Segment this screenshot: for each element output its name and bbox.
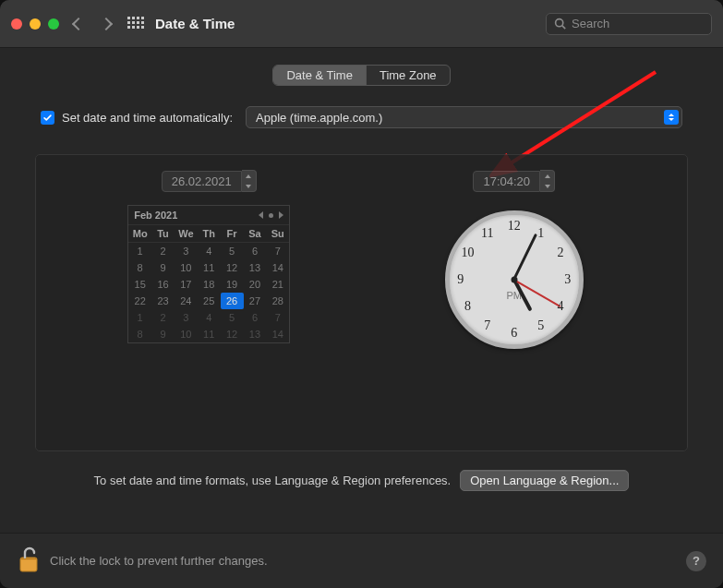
lock-button[interactable] <box>17 546 39 576</box>
clock-numeral: 12 <box>508 219 521 234</box>
clock-numeral: 1 <box>537 226 544 241</box>
search-field[interactable]: Search <box>546 13 712 35</box>
calendar-weekday: Mo <box>128 224 151 243</box>
unlocked-lock-icon <box>17 546 39 573</box>
calendar-today-icon[interactable] <box>269 213 273 218</box>
calendar-day[interactable]: 16 <box>151 276 175 293</box>
search-icon <box>554 18 566 30</box>
svg-rect-3 <box>21 558 36 559</box>
calendar-day[interactable]: 3 <box>175 243 198 259</box>
tab-date-time[interactable]: Date & Time <box>273 66 366 85</box>
svg-point-0 <box>556 19 563 27</box>
calendar-weekday: We <box>175 224 198 243</box>
calendar-day[interactable]: 23 <box>151 293 175 309</box>
calendar-day[interactable]: 10 <box>175 326 198 342</box>
clock-numeral: 3 <box>564 272 571 287</box>
calendar-day[interactable]: 27 <box>244 293 267 309</box>
format-hint-row: To set date and time formats, use Langua… <box>35 470 688 491</box>
date-field[interactable]: 26.02.2021 <box>162 171 242 192</box>
forward-button[interactable] <box>100 17 113 30</box>
calendar-day[interactable]: 6 <box>244 243 267 259</box>
calendar-day[interactable]: 1 <box>128 309 151 326</box>
calendar-day[interactable]: 8 <box>128 259 151 276</box>
zoom-window-button[interactable] <box>48 18 59 30</box>
calendar-day[interactable]: 28 <box>266 293 289 309</box>
date-column: 26.02.2021 Feb 2021 MoTuWeThFrSaSu123456… <box>56 170 362 436</box>
tab-time-zone[interactable]: Time Zone <box>366 66 450 85</box>
calendar-day[interactable]: 4 <box>198 243 221 259</box>
show-all-icon[interactable] <box>127 17 142 31</box>
calendar-next-month-icon[interactable] <box>279 211 283 219</box>
calendar-day[interactable]: 13 <box>244 259 267 276</box>
time-stepper[interactable]: 17:04:20 <box>473 170 555 192</box>
calendar-day[interactable]: 9 <box>151 259 175 276</box>
format-hint-text: To set date and time formats, use Langua… <box>94 474 452 487</box>
time-server-combo[interactable]: Apple (time.apple.com.) <box>246 106 682 128</box>
calendar-day[interactable]: 17 <box>175 276 198 293</box>
calendar-day[interactable]: 5 <box>221 309 244 326</box>
lock-hint-text: Click the lock to prevent further change… <box>50 554 268 568</box>
time-field[interactable]: 17:04:20 <box>473 171 540 192</box>
calendar[interactable]: Feb 2021 MoTuWeThFrSaSu12345678910111213… <box>127 205 290 343</box>
help-button[interactable]: ? <box>686 551 706 571</box>
calendar-day[interactable]: 2 <box>151 309 175 326</box>
calendar-day[interactable]: 8 <box>128 326 151 342</box>
calendar-day[interactable]: 14 <box>266 259 289 276</box>
clock-numeral: 11 <box>481 226 493 241</box>
calendar-day[interactable]: 2 <box>151 243 175 259</box>
bottom-bar: Click the lock to prevent further change… <box>0 533 723 588</box>
date-stepper-buttons[interactable] <box>242 170 257 192</box>
back-button[interactable] <box>72 17 85 30</box>
calendar-day[interactable]: 15 <box>128 276 151 293</box>
calendar-day[interactable]: 26 <box>221 293 244 309</box>
calendar-day[interactable]: 10 <box>175 259 198 276</box>
open-language-region-button[interactable]: Open Language & Region... <box>460 470 629 491</box>
calendar-day[interactable]: 25 <box>198 293 221 309</box>
search-placeholder: Search <box>572 17 609 30</box>
calendar-month-label: Feb 2021 <box>134 210 177 221</box>
time-stepper-buttons[interactable] <box>540 170 555 192</box>
calendar-day[interactable]: 11 <box>198 259 221 276</box>
calendar-weekday: Tu <box>151 224 175 243</box>
calendar-day[interactable]: 20 <box>244 276 267 293</box>
clock-numeral: 8 <box>464 299 471 314</box>
calendar-day[interactable]: 7 <box>266 309 289 326</box>
calendar-prev-month-icon[interactable] <box>259 211 263 219</box>
calendar-day[interactable]: 13 <box>244 326 267 342</box>
calendar-day[interactable]: 18 <box>198 276 221 293</box>
calendar-day[interactable]: 12 <box>221 259 244 276</box>
window-title: Date & Time <box>155 16 235 31</box>
auto-datetime-checkbox[interactable] <box>41 111 54 125</box>
date-stepper[interactable]: 26.02.2021 <box>162 170 257 192</box>
calendar-day[interactable]: 22 <box>128 293 151 309</box>
clock-numeral: 7 <box>484 318 490 333</box>
calendar-day[interactable]: 7 <box>266 243 289 259</box>
calendar-day[interactable]: 14 <box>266 326 289 342</box>
calendar-day[interactable]: 6 <box>244 309 267 326</box>
calendar-day[interactable]: 3 <box>175 309 198 326</box>
svg-line-1 <box>562 26 565 29</box>
auto-datetime-label: Set date and time automatically: <box>62 111 233 125</box>
calendar-month-nav <box>259 211 283 219</box>
minute-hand <box>512 234 537 281</box>
clock-numeral: 9 <box>457 272 464 287</box>
calendar-day[interactable]: 24 <box>175 293 198 309</box>
calendar-header: Feb 2021 <box>128 206 289 224</box>
calendar-day[interactable]: 21 <box>266 276 289 293</box>
minimize-window-button[interactable] <box>30 18 41 30</box>
calendar-weekday: Th <box>198 224 221 243</box>
clock-center-pin <box>511 277 517 283</box>
tab-bar: Date & Time Time Zone <box>22 65 701 86</box>
calendar-day[interactable]: 5 <box>221 243 244 259</box>
calendar-grid: MoTuWeThFrSaSu12345678910111213141516171… <box>128 224 289 342</box>
calendar-day[interactable]: 4 <box>198 309 221 326</box>
calendar-day[interactable]: 19 <box>221 276 244 293</box>
calendar-day[interactable]: 12 <box>221 326 244 342</box>
calendar-day[interactable]: 1 <box>128 243 151 259</box>
content-area: Date & Time Time Zone Set date and time … <box>0 48 723 533</box>
close-window-button[interactable] <box>11 18 22 30</box>
auto-datetime-row: Set date and time automatically: Apple (… <box>41 106 682 128</box>
clock-numeral: 6 <box>511 326 517 341</box>
calendar-day[interactable]: 9 <box>151 326 175 342</box>
calendar-day[interactable]: 11 <box>198 326 221 342</box>
